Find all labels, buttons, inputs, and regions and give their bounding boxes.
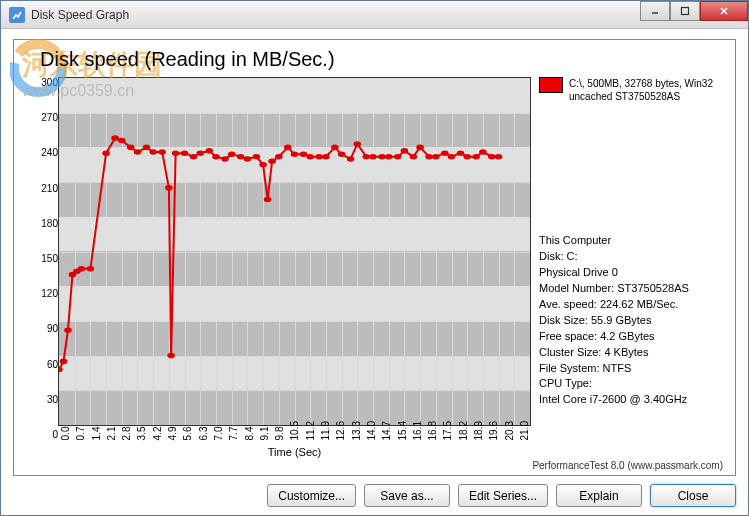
x-tick: 9.1 [258,427,269,441]
svg-point-26 [212,154,220,160]
svg-point-48 [378,154,386,160]
plot-area [58,77,531,426]
x-axis: 0.00.71.42.12.83.54.24.95.66.37.07.78.49… [58,426,531,448]
svg-point-22 [181,150,189,156]
line-chart [59,78,530,425]
x-tick: 21.0 [518,427,529,441]
svg-point-50 [394,154,402,160]
svg-point-59 [463,154,471,160]
x-tick: 7.7 [228,427,239,441]
window-title: Disk Speed Graph [31,8,129,22]
svg-point-14 [127,145,135,151]
svg-point-60 [472,154,480,160]
svg-point-34 [268,159,276,165]
x-tick: 16.8 [427,427,438,441]
svg-point-63 [495,154,503,160]
svg-point-58 [457,150,465,156]
info-model: Model Number: ST3750528AS [539,281,727,297]
x-tick: 11.2 [304,427,315,441]
x-tick: 11.9 [320,427,331,441]
content-area: 河东软件园 www.pc0359.cn Disk speed (Reading … [1,29,748,515]
svg-point-46 [363,154,371,160]
svg-point-32 [259,162,267,168]
svg-rect-1 [682,8,689,15]
svg-point-61 [479,149,487,155]
svg-point-52 [410,154,418,160]
svg-point-29 [237,154,245,160]
svg-point-53 [416,145,424,151]
svg-point-5 [60,359,68,365]
svg-point-33 [264,197,272,203]
svg-point-21 [172,150,180,156]
svg-point-18 [158,149,166,155]
y-tick: 270 [41,112,58,123]
y-tick: 90 [47,323,58,334]
svg-point-36 [284,145,292,151]
svg-point-15 [134,149,142,155]
minimize-button[interactable] [640,1,670,21]
x-tick: 14.0 [365,427,376,441]
svg-point-40 [315,154,323,160]
legend-swatch [539,77,563,93]
x-tick: 4.9 [167,427,178,441]
customize-button[interactable]: Customize... [267,484,356,507]
info-panel: This Computer Disk: C: Physical Drive 0 … [539,233,727,408]
x-tick: 2.1 [105,427,116,441]
maximize-button[interactable] [670,1,700,21]
x-tick: 20.3 [503,427,514,441]
close-button[interactable]: Close [650,484,736,507]
x-tick: 18.2 [457,427,468,441]
info-disk: Disk: C: [539,249,727,265]
y-axis: 3002702402101801501209060300 [22,77,58,458]
x-tick: 9.8 [274,427,285,441]
x-tick: 13.3 [350,427,361,441]
x-tick: 15.4 [396,427,407,441]
x-tick: 10.5 [289,427,300,441]
svg-point-28 [228,152,236,158]
svg-point-45 [354,141,362,147]
save-as-button[interactable]: Save as... [364,484,450,507]
info-fs: File System: NTFS [539,361,727,377]
chart-title: Disk speed (Reading in MB/Sec.) [40,48,727,71]
x-tick: 0.0 [60,427,71,441]
y-tick: 210 [41,183,58,194]
explain-button[interactable]: Explain [556,484,642,507]
legend: C:\, 500MB, 32768 bytes, Win32 uncached … [539,77,727,103]
svg-point-31 [253,154,261,160]
info-size: Disk Size: 55.9 GBytes [539,313,727,329]
svg-point-39 [306,154,314,160]
x-tick: 3.5 [136,427,147,441]
close-window-button[interactable] [700,1,748,21]
x-tick: 5.6 [182,427,193,441]
y-tick: 30 [47,394,58,405]
svg-point-11 [102,150,110,156]
legend-text: C:\, 500MB, 32768 bytes, Win32 uncached … [569,77,727,103]
button-row: Customize... Save as... Edit Series... E… [13,476,736,507]
window-controls [640,1,748,21]
app-icon [9,7,25,23]
svg-point-24 [197,150,205,156]
right-panel: C:\, 500MB, 32768 bytes, Win32 uncached … [531,77,727,458]
x-tick: 12.6 [335,427,346,441]
edit-series-button[interactable]: Edit Series... [458,484,548,507]
plot-wrap: 0.00.71.42.12.83.54.24.95.66.37.07.78.49… [58,77,531,458]
svg-point-55 [432,154,440,160]
x-tick: 1.4 [90,427,101,441]
svg-point-41 [322,154,330,160]
x-tick: 0.7 [75,427,86,441]
info-cpu: Intel Core i7-2600 @ 3.40GHz [539,392,727,408]
svg-point-37 [291,152,299,158]
y-tick: 180 [41,218,58,229]
svg-point-13 [118,138,126,144]
svg-point-17 [149,149,157,155]
svg-point-44 [347,156,355,162]
svg-point-10 [87,266,95,272]
chart-row: 3002702402101801501209060300 0.00.71.42.… [22,77,727,458]
svg-point-57 [448,154,456,160]
svg-point-19 [165,185,173,191]
footer-note: PerformanceTest 8.0 (www.passmark.com) [22,458,727,471]
svg-point-4 [59,367,63,373]
x-tick: 17.5 [442,427,453,441]
svg-point-25 [206,148,214,154]
svg-point-6 [64,327,72,333]
